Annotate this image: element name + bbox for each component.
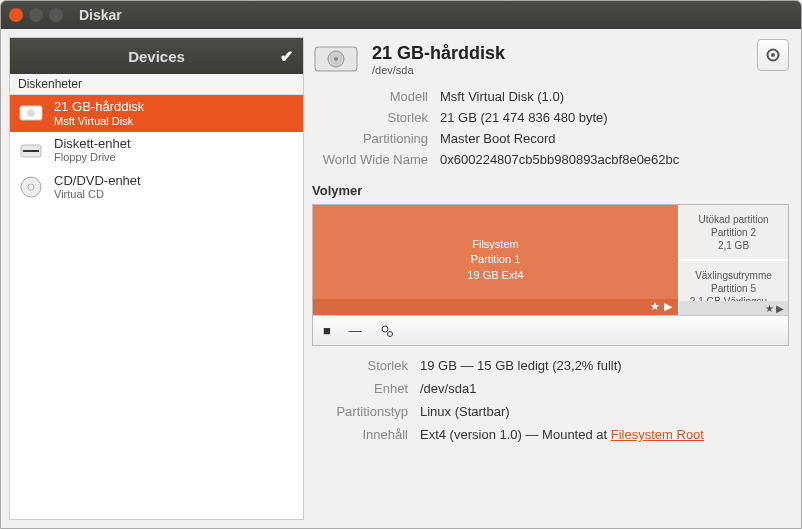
prop-label: Storlek [312, 110, 440, 125]
main-panel: 21 GB-hårddisk /dev/sda Modell Msft Virt… [312, 29, 801, 528]
device-title: Diskett-enhet [54, 136, 131, 152]
volumes-panel: Filsystem Partition 1 19 GB Ext4 ★ ▶ Utö… [312, 204, 789, 346]
sidebar: Devices ✔ Diskenheter 21 GB-hårddisk Msf… [9, 37, 304, 520]
titlebar[interactable]: Diskar [1, 1, 801, 29]
sidebar-header: Devices ✔ [10, 38, 303, 74]
prop-label: World Wide Name [312, 152, 440, 167]
svg-point-7 [771, 53, 775, 57]
prop-value: Linux (Startbar) [420, 404, 789, 419]
stop-button[interactable]: ■ [323, 323, 331, 338]
device-sub: Floppy Drive [54, 151, 131, 164]
vol-line: Utökad partition [698, 213, 768, 226]
vol-line: Partition 2 [711, 226, 756, 239]
window-maximize-icon[interactable] [49, 8, 63, 22]
play-icon: ▶ [776, 302, 784, 315]
prop-value: Master Boot Record [440, 131, 789, 146]
prop-value: 19 GB — 15 GB ledigt (23,2% fullt) [420, 358, 789, 373]
prop-value: 21 GB (21 474 836 480 byte) [440, 110, 789, 125]
volume-indicator-strip: ★ ▶ [679, 301, 788, 315]
volume-toolbar: ■ — [313, 315, 788, 345]
volume-partition-1[interactable]: Filsystem Partition 1 19 GB Ext4 ★ ▶ [313, 205, 678, 315]
vol-line: Växlingsutrymme [695, 269, 772, 282]
vol-line: 2,1 GB [718, 239, 749, 252]
volumes-title: Volymer [312, 183, 789, 198]
prop-value: Msft Virtual Disk (1.0) [440, 89, 789, 104]
prop-label: Storlek [312, 358, 420, 373]
prop-label: Partitioning [312, 131, 440, 146]
device-sub: Virtual CD [54, 188, 141, 201]
svg-point-10 [334, 57, 338, 61]
minus-icon: — [349, 323, 362, 338]
volume-properties: Storlek 19 GB — 15 GB ledigt (23,2% full… [312, 358, 789, 442]
gear-icon [765, 47, 781, 63]
main-header: 21 GB-hårddisk /dev/sda [312, 39, 789, 79]
volume-partition-2[interactable]: Utökad partition Partition 2 2,1 GB [679, 205, 788, 261]
floppy-icon [18, 137, 44, 163]
prop-label: Enhet [312, 381, 420, 396]
sidebar-header-label: Devices [128, 48, 185, 65]
prop-label: Modell [312, 89, 440, 104]
volume-partition-5[interactable]: Växlingsutrymme Partition 5 2,1 GB Växli… [679, 261, 788, 315]
prop-value: Ext4 (version 1.0) — Mounted at Filesyst… [420, 427, 789, 442]
vol-line: Partition 1 [471, 252, 521, 267]
checkmark-icon[interactable]: ✔ [280, 47, 293, 66]
svg-rect-3 [23, 150, 39, 152]
device-title: 21 GB-hårddisk [54, 99, 144, 115]
star-icon: ★ [650, 299, 660, 314]
more-actions-button[interactable] [380, 324, 394, 338]
vol-line: Filsystem [472, 237, 518, 252]
prop-label: Partitionstyp [312, 404, 420, 419]
stop-icon: ■ [323, 323, 331, 338]
device-item-cd[interactable]: CD/DVD-enhet Virtual CD [10, 169, 303, 206]
content: Devices ✔ Diskenheter 21 GB-hårddisk Msf… [1, 29, 801, 528]
device-sub: Msft Virtual Disk [54, 115, 144, 128]
filesystem-root-link[interactable]: Filesystem Root [611, 427, 704, 442]
prop-value: 0x600224807cb5bb980893acbf8e0e62bc [440, 152, 789, 167]
window-minimize-icon[interactable] [29, 8, 43, 22]
gears-icon [380, 324, 394, 338]
settings-button[interactable] [757, 39, 789, 71]
volume-indicator-strip: ★ ▶ [313, 299, 678, 315]
svg-point-11 [382, 326, 388, 332]
prop-label: Innehåll [312, 427, 420, 442]
disk-icon [312, 39, 360, 79]
device-item-harddisk[interactable]: 21 GB-hårddisk Msft Virtual Disk [10, 95, 303, 132]
vol-line: Partition 5 [711, 282, 756, 295]
prop-value: /dev/sda1 [420, 381, 789, 396]
window-title: Diskar [79, 7, 122, 23]
star-icon: ★ [765, 302, 774, 315]
harddisk-icon [18, 100, 44, 126]
device-item-floppy[interactable]: Diskett-enhet Floppy Drive [10, 132, 303, 169]
vol-line: 19 GB Ext4 [467, 268, 523, 283]
window-close-icon[interactable] [9, 8, 23, 22]
disk-title: 21 GB-hårddisk [372, 43, 505, 64]
remove-button[interactable]: — [349, 323, 362, 338]
content-prefix: Ext4 (version 1.0) — Mounted at [420, 427, 611, 442]
svg-point-12 [387, 331, 392, 336]
svg-point-5 [28, 184, 34, 190]
play-icon: ▶ [664, 299, 672, 314]
cd-icon [18, 174, 44, 200]
device-title: CD/DVD-enhet [54, 173, 141, 189]
disk-properties: Modell Msft Virtual Disk (1.0) Storlek 2… [312, 89, 789, 167]
window: Diskar Devices ✔ Diskenheter 21 GB-hårdd… [0, 0, 802, 529]
sidebar-subheader: Diskenheter [10, 74, 303, 95]
svg-point-1 [27, 109, 35, 117]
disk-path: /dev/sda [372, 64, 505, 76]
